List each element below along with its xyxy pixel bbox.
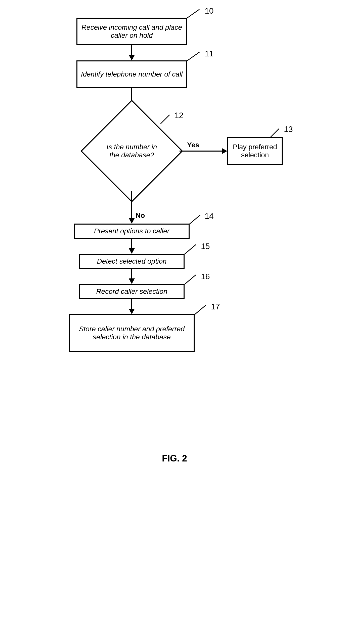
arrow-12-13	[180, 151, 222, 152]
arrow-head-12-14	[129, 218, 135, 224]
process-box-11-text: Identify telephone number of call	[81, 70, 183, 78]
process-box-13: Play preferred selection	[227, 137, 283, 165]
ref-line-16	[184, 274, 196, 285]
figure-label: FIG. 2	[10, 453, 339, 464]
flowchart-container: Receive incoming call and place caller o…	[61, 10, 288, 438]
ref-label-12: 12	[175, 111, 184, 120]
ref-label-10: 10	[205, 6, 214, 16]
edge-label-no: No	[136, 211, 145, 220]
ref-label-15: 15	[201, 242, 210, 251]
process-box-16-text: Record caller selection	[96, 288, 167, 296]
edge-label-yes: Yes	[187, 141, 199, 149]
process-box-11: Identify telephone number of call	[76, 60, 187, 88]
ref-line-14	[189, 215, 200, 224]
process-box-14-text: Present options to caller	[94, 227, 169, 235]
decision-text-12: Is the number in the database?	[104, 143, 159, 159]
ref-line-15	[184, 244, 196, 255]
ref-label-14: 14	[205, 211, 214, 221]
arrow-head-15-16	[129, 278, 135, 284]
ref-line-11	[187, 52, 200, 61]
arrow-10-11	[131, 45, 132, 55]
process-box-15: Detect selected option	[79, 254, 185, 269]
arrow-14-15	[131, 239, 132, 249]
process-box-15-text: Detect selected option	[97, 257, 166, 265]
decision-diamond-12: Is the number in the database?	[84, 111, 180, 191]
process-box-10: Receive incoming call and place caller o…	[76, 18, 187, 45]
process-box-14: Present options to caller	[74, 224, 190, 239]
ref-line-13	[270, 128, 279, 138]
ref-label-17: 17	[211, 302, 220, 311]
ref-label-11: 11	[205, 49, 214, 58]
arrow-head-16-17	[129, 309, 135, 314]
ref-label-16: 16	[201, 272, 210, 281]
arrow-12-14	[131, 191, 132, 219]
arrow-16-17	[131, 299, 132, 309]
process-box-16: Record caller selection	[79, 284, 185, 299]
arrow-15-16	[131, 269, 132, 279]
arrow-head-12-13	[222, 148, 227, 154]
process-box-17-text: Store caller number and preferred select…	[72, 325, 192, 341]
arrow-head-10-11	[129, 55, 135, 60]
process-box-13-text: Play preferred selection	[230, 143, 280, 159]
arrow-head-14-15	[129, 248, 135, 254]
process-box-17: Store caller number and preferred select…	[69, 314, 195, 352]
process-box-10-text: Receive incoming call and place caller o…	[79, 23, 184, 40]
ref-line-10	[187, 9, 200, 18]
ref-label-13: 13	[284, 125, 293, 134]
ref-line-17	[194, 305, 206, 315]
